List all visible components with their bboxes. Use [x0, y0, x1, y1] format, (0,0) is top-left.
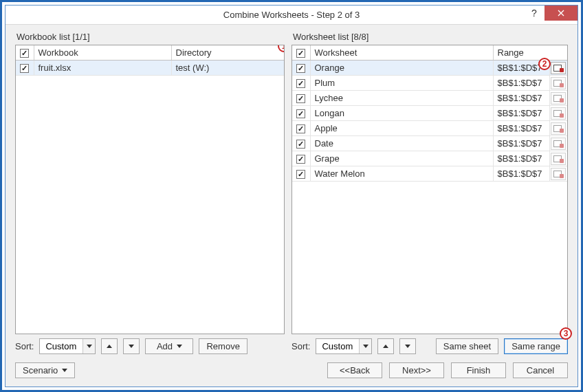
- same-range-button[interactable]: Same range: [504, 338, 568, 354]
- range-select-icon: [553, 125, 563, 132]
- cancel-button[interactable]: Cancel: [513, 362, 568, 378]
- worksheet-header-name[interactable]: Worksheet: [310, 45, 493, 61]
- worksheet-header-check[interactable]: [292, 45, 310, 61]
- worksheet-name-cell: Plum: [310, 76, 493, 91]
- worksheet-range-cell: $B$1:$D$7: [493, 76, 549, 91]
- chevron-down-icon: [82, 339, 95, 353]
- workbook-move-down-button[interactable]: [123, 338, 140, 354]
- range-select-icon: [553, 140, 563, 147]
- worksheet-name-cell: Orange: [310, 61, 493, 76]
- same-sheet-button[interactable]: Same sheet: [436, 338, 498, 354]
- chevron-down-icon: [62, 369, 67, 372]
- table-row[interactable]: Water Melon$B$1:$D$7: [292, 166, 567, 182]
- range-select-button: [551, 138, 566, 150]
- add-button[interactable]: Add: [145, 338, 193, 354]
- titlebar: Combine Worksheets - Step 2 of 3 ?: [6, 6, 578, 25]
- scenario-button[interactable]: Scenario: [15, 362, 75, 378]
- checkbox-icon[interactable]: [296, 155, 305, 164]
- remove-button[interactable]: Remove: [199, 338, 247, 354]
- worksheet-range-cell: $B$1:$D$7: [493, 106, 549, 121]
- back-button[interactable]: <<Back: [327, 362, 382, 378]
- arrow-down-icon: [405, 345, 410, 348]
- table-row[interactable]: Plum$B$1:$D$7: [292, 76, 567, 91]
- table-row[interactable]: Orange$B$1:$D$7: [292, 61, 567, 76]
- worksheet-move-up-button[interactable]: [377, 338, 394, 354]
- worksheet-range-cell: $B$1:$D$7: [493, 166, 549, 182]
- worksheet-name-cell: Date: [310, 136, 493, 151]
- worksheet-header-range[interactable]: Range: [493, 45, 567, 61]
- range-select-button: [551, 77, 566, 89]
- workbook-sort-combo[interactable]: Custom: [39, 338, 96, 354]
- workbook-controls: Sort: Custom Add Remove: [15, 338, 285, 354]
- range-select-button: [551, 92, 566, 105]
- checkbox-icon[interactable]: [296, 109, 305, 118]
- callout-3: 3: [560, 327, 572, 340]
- range-select-button: [551, 107, 566, 120]
- workbook-move-up-button[interactable]: [101, 338, 118, 354]
- window-title: Combine Worksheets - Step 2 of 3: [6, 10, 578, 20]
- checkbox-icon[interactable]: [296, 140, 305, 149]
- next-button[interactable]: Next>>: [389, 362, 444, 378]
- workbook-sort-value: Custom: [40, 341, 82, 351]
- range-select-icon: [553, 65, 563, 72]
- table-row[interactable]: fruit.xlsxtest (W:): [16, 61, 284, 76]
- worksheet-range-cell: $B$1:$D$7: [493, 121, 549, 136]
- worksheet-name-cell: Grape: [310, 151, 493, 166]
- worksheet-name-cell: Water Melon: [310, 166, 493, 182]
- checkbox-icon[interactable]: [296, 64, 305, 73]
- workbook-grid[interactable]: Workbook Directory fruit.xlsxtest (W:) 1: [15, 45, 285, 334]
- worksheet-list-label: Worksheet list [8/8]: [292, 32, 568, 42]
- table-row[interactable]: Grape$B$1:$D$7: [292, 151, 567, 166]
- worksheet-sort-value: Custom: [316, 341, 359, 351]
- range-select-button: [551, 153, 566, 165]
- workbook-header-directory[interactable]: Directory: [171, 45, 284, 61]
- sort-label: Sort:: [15, 341, 34, 351]
- range-select-icon: [553, 171, 563, 177]
- worksheet-sort-combo[interactable]: Custom: [316, 338, 372, 354]
- close-icon: [558, 10, 564, 17]
- worksheet-range-cell: $B$1:$D$7: [493, 151, 549, 166]
- worksheet-panel: Worksheet list [8/8] Worksheet Range: [292, 32, 568, 354]
- chevron-down-icon: [177, 345, 182, 348]
- checkbox-icon[interactable]: [20, 64, 29, 73]
- table-row[interactable]: Apple$B$1:$D$7: [292, 121, 567, 136]
- workbook-name-cell: fruit.xlsx: [34, 61, 171, 76]
- help-button[interactable]: ?: [524, 6, 544, 21]
- close-button[interactable]: [544, 6, 578, 21]
- checkbox-icon[interactable]: [296, 124, 305, 133]
- add-button-label: Add: [157, 341, 173, 351]
- checkbox-icon[interactable]: [296, 79, 305, 88]
- workbook-header-name[interactable]: Workbook: [34, 45, 171, 61]
- worksheet-grid[interactable]: Worksheet Range Orange$B$1:$D$7Plum$B$1:…: [292, 45, 568, 334]
- table-row[interactable]: Lychee$B$1:$D$7: [292, 91, 567, 106]
- chevron-down-icon: [359, 339, 371, 353]
- checkbox-icon[interactable]: [296, 94, 305, 103]
- worksheet-range-cell: $B$1:$D$7: [493, 91, 549, 106]
- range-select-icon: [553, 95, 563, 102]
- range-select-icon: [553, 110, 563, 117]
- checkbox-icon: [296, 49, 305, 58]
- worksheet-name-cell: Longan: [310, 106, 493, 121]
- range-select-icon: [553, 155, 563, 162]
- worksheet-move-down-button[interactable]: [399, 338, 416, 354]
- callout-2: 2: [538, 58, 551, 70]
- arrow-up-icon: [383, 345, 388, 348]
- workbook-panel: Workbook list [1/1] Workbook Directory: [15, 32, 285, 354]
- table-row[interactable]: Longan$B$1:$D$7: [292, 106, 567, 121]
- checkbox-icon: [20, 49, 29, 58]
- workbook-list-label: Workbook list [1/1]: [15, 32, 285, 42]
- worksheet-range-cell: $B$1:$D$7: [493, 136, 549, 151]
- range-select-button[interactable]: [551, 62, 566, 74]
- sort-label: Sort:: [292, 341, 310, 351]
- workbook-header-check[interactable]: [16, 45, 34, 61]
- arrow-down-icon: [129, 345, 134, 348]
- table-row[interactable]: Date$B$1:$D$7: [292, 136, 567, 151]
- arrow-up-icon: [107, 345, 112, 348]
- range-select-icon: [553, 80, 563, 87]
- checkbox-icon[interactable]: [296, 170, 305, 179]
- range-select-button: [551, 122, 566, 135]
- workbook-dir-cell: test (W:): [171, 61, 284, 76]
- dialog-window: Combine Worksheets - Step 2 of 3 ? Workb…: [5, 5, 578, 387]
- finish-button[interactable]: Finish: [451, 362, 506, 378]
- range-select-button: [551, 168, 566, 180]
